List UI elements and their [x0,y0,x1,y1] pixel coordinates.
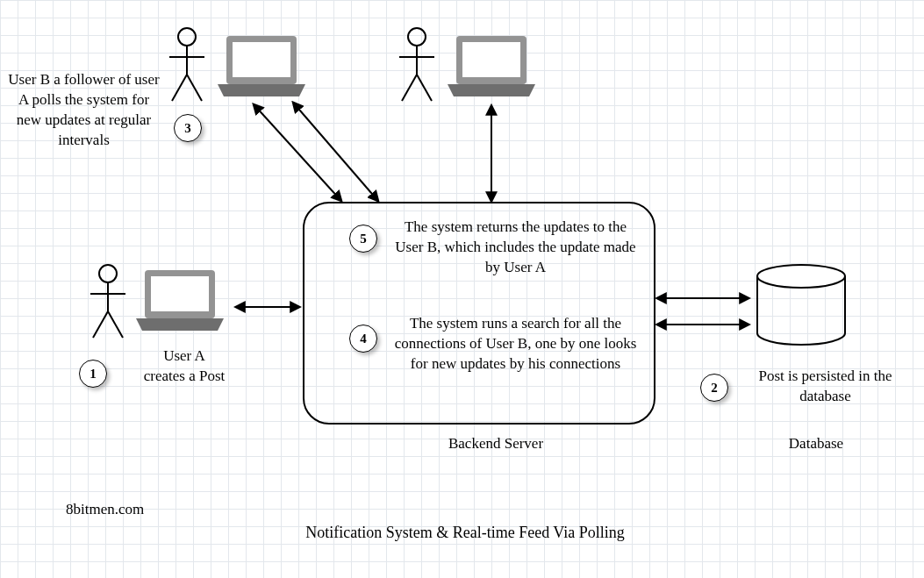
svg-line-8 [172,75,187,101]
user-a-icon [86,263,130,342]
step-3-badge: 3 [174,114,202,142]
step-4-text: The system runs a search for all the con… [390,314,641,375]
step-5-badge: 5 [349,225,377,253]
svg-point-10 [408,28,426,46]
svg-line-13 [402,75,417,101]
svg-point-5 [178,28,196,46]
svg-point-21 [757,265,845,288]
svg-rect-16 [151,276,209,311]
step-4-badge: 4 [349,325,377,353]
svg-rect-20 [462,42,520,77]
backend-server-label: Backend Server [417,434,575,454]
svg-line-4 [108,311,123,338]
user-c-icon [395,26,439,105]
arrow-userb-server-2 [294,103,377,200]
database-label: Database [763,434,869,454]
step-2-badge: 2 [700,374,728,402]
user-b-caption: User B a follower of user A polls the sy… [7,70,161,151]
svg-point-0 [99,265,117,282]
step-1-badge: 1 [79,360,107,388]
svg-line-3 [93,311,108,338]
diagram-title: Notification System & Real-time Feed Via… [246,522,684,543]
user-b-icon [165,26,209,105]
laptop-user-c-icon [443,33,540,103]
database-icon [753,263,849,351]
arrow-userb-server-1 [254,105,340,200]
step-5-text: The system returns the updates to the Us… [390,218,641,278]
user-a-caption: User A creates a Post [114,346,254,387]
db-caption: Post is persisted in the database [735,367,915,407]
svg-rect-18 [233,42,290,77]
laptop-user-b-icon [213,33,310,103]
svg-line-14 [417,75,432,101]
credit-label: 8bitmen.com [66,500,189,520]
svg-line-9 [187,75,202,101]
laptop-user-a-icon [132,268,228,338]
